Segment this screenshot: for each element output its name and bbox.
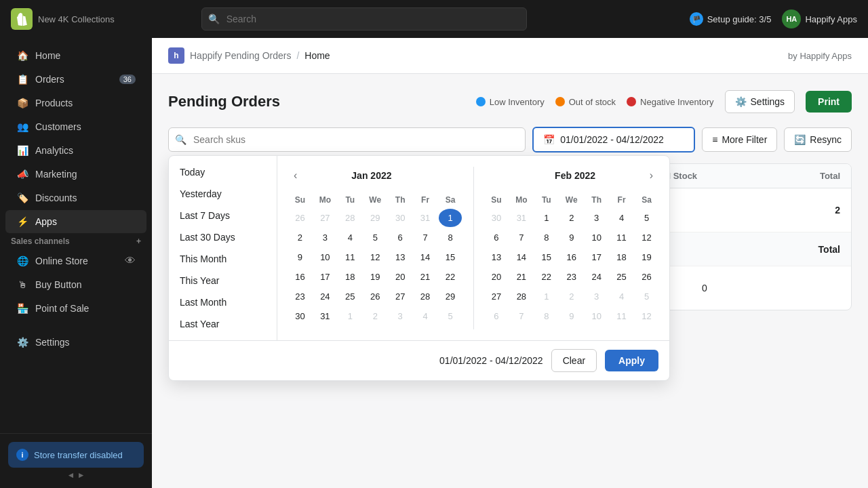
- cal-day[interactable]: 17: [313, 268, 337, 286]
- cal-day[interactable]: 7: [509, 228, 533, 247]
- cal-day[interactable]: 17: [585, 248, 608, 266]
- cal-day[interactable]: 29: [439, 287, 462, 306]
- preset-today[interactable]: Today: [169, 161, 277, 183]
- cal-day[interactable]: 16: [559, 248, 583, 266]
- preset-last30days[interactable]: Last 30 Days: [169, 226, 277, 248]
- cal-day[interactable]: 2: [559, 209, 583, 227]
- cal-day[interactable]: 22: [534, 268, 558, 286]
- more-filter-button[interactable]: ≡ More Filter: [702, 127, 777, 152]
- cal-day[interactable]: 20: [485, 268, 509, 286]
- cal-day[interactable]: 12: [635, 307, 658, 325]
- cal-prev-button[interactable]: ‹: [288, 167, 302, 184]
- cal-day[interactable]: 4: [414, 307, 437, 325]
- cal-day[interactable]: 27: [389, 287, 412, 306]
- cal-day[interactable]: 8: [534, 307, 558, 325]
- cal-day[interactable]: 21: [414, 268, 437, 286]
- cal-day[interactable]: 5: [439, 307, 462, 325]
- cal-day[interactable]: 7: [509, 307, 533, 325]
- setup-guide-button[interactable]: 🏴 Setup guide: 3/5: [690, 12, 772, 26]
- cal-day[interactable]: 8: [534, 228, 558, 247]
- cal-day[interactable]: 21: [509, 268, 533, 286]
- cal-day[interactable]: 4: [610, 287, 633, 306]
- cal-next-button[interactable]: ›: [644, 167, 658, 184]
- cal-day[interactable]: 7: [414, 228, 437, 247]
- cal-day[interactable]: 30: [288, 307, 312, 325]
- cal-day[interactable]: 2: [559, 287, 583, 306]
- preset-lastmonth[interactable]: Last Month: [169, 291, 277, 313]
- cal-day-1-selected[interactable]: 1: [439, 209, 462, 227]
- cal-day[interactable]: 3: [585, 287, 608, 306]
- cal-day[interactable]: 11: [610, 228, 633, 247]
- cal-day[interactable]: 25: [610, 268, 633, 286]
- cal-day[interactable]: 3: [313, 228, 337, 247]
- cal-day[interactable]: 24: [585, 268, 608, 286]
- settings-button[interactable]: ⚙️ Settings: [725, 90, 795, 113]
- cal-day[interactable]: 20: [389, 268, 412, 286]
- cal-day[interactable]: 3: [389, 307, 412, 325]
- cal-day[interactable]: 26: [363, 287, 387, 306]
- cal-day[interactable]: 31: [509, 209, 533, 227]
- cal-day[interactable]: 15: [534, 248, 558, 266]
- cal-day[interactable]: 26: [288, 209, 312, 227]
- cal-day[interactable]: 12: [363, 248, 387, 266]
- cal-day[interactable]: 5: [635, 209, 658, 227]
- cal-day[interactable]: 6: [485, 307, 509, 325]
- cal-day[interactable]: 1: [534, 287, 558, 306]
- cal-day[interactable]: 6: [389, 228, 412, 247]
- cal-day[interactable]: 5: [363, 228, 387, 247]
- cal-day[interactable]: 1: [338, 307, 362, 325]
- preset-last7days[interactable]: Last 7 Days: [169, 205, 277, 226]
- cal-day[interactable]: 13: [485, 248, 509, 266]
- clear-button[interactable]: Clear: [551, 349, 597, 372]
- sidebar-item-apps[interactable]: ⚡ Apps: [5, 210, 146, 233]
- cal-day[interactable]: 16: [288, 268, 312, 286]
- cal-day[interactable]: 10: [585, 228, 608, 247]
- search-skus-input[interactable]: [168, 127, 526, 152]
- cal-day[interactable]: 26: [635, 268, 658, 286]
- cal-day[interactable]: 6: [485, 228, 509, 247]
- cal-day[interactable]: 14: [509, 248, 533, 266]
- sidebar-item-home[interactable]: 🏠 Home: [5, 44, 146, 67]
- cal-day[interactable]: 25: [338, 287, 362, 306]
- apply-button[interactable]: Apply: [605, 350, 658, 371]
- cal-day[interactable]: 27: [485, 287, 509, 306]
- cal-day[interactable]: 28: [414, 287, 437, 306]
- sidebar-item-settings[interactable]: ⚙️ Settings: [5, 331, 146, 354]
- cal-day[interactable]: 23: [288, 287, 312, 306]
- cal-day[interactable]: 18: [610, 248, 633, 266]
- cal-day[interactable]: 4: [338, 228, 362, 247]
- cal-day[interactable]: 27: [313, 209, 337, 227]
- cal-day[interactable]: 28: [338, 209, 362, 227]
- sidebar-item-marketing[interactable]: 📣 Marketing: [5, 163, 146, 186]
- add-sales-channel-button[interactable]: +: [136, 237, 141, 245]
- cal-day[interactable]: 30: [389, 209, 412, 227]
- global-search-input[interactable]: [201, 7, 527, 30]
- cal-day[interactable]: 24: [313, 287, 337, 306]
- sidebar-item-buy-button[interactable]: 🖱 Buy Button: [5, 273, 146, 296]
- preset-yesterday[interactable]: Yesterday: [169, 183, 277, 205]
- sidebar-item-products[interactable]: 📦 Products: [5, 92, 146, 115]
- cal-day[interactable]: 5: [635, 287, 658, 306]
- happify-apps-button[interactable]: HA Happify Apps: [782, 9, 857, 28]
- cal-day[interactable]: 23: [559, 268, 583, 286]
- preset-lastyear[interactable]: Last Year: [169, 313, 277, 335]
- cal-day[interactable]: 15: [439, 248, 462, 266]
- date-range-button[interactable]: 📅 01/01/2022 - 04/12/2022: [532, 127, 695, 152]
- cal-day[interactable]: 22: [439, 268, 462, 286]
- cal-day[interactable]: 9: [559, 307, 583, 325]
- sidebar-item-online-store[interactable]: 🌐 Online Store 👁: [5, 249, 146, 272]
- cal-day[interactable]: 11: [338, 248, 362, 266]
- cal-day[interactable]: 1: [534, 209, 558, 227]
- print-button[interactable]: Print: [806, 91, 852, 113]
- resync-button[interactable]: 🔄 Resync: [784, 127, 852, 152]
- cal-day[interactable]: 13: [389, 248, 412, 266]
- cal-day[interactable]: 2: [363, 307, 387, 325]
- cal-day[interactable]: 10: [585, 307, 608, 325]
- cal-day[interactable]: 10: [313, 248, 337, 266]
- sidebar-item-point-of-sale[interactable]: 🏪 Point of Sale: [5, 297, 146, 320]
- preset-thismonth[interactable]: This Month: [169, 248, 277, 270]
- cal-day[interactable]: 14: [414, 248, 437, 266]
- cal-day[interactable]: 8: [439, 228, 462, 247]
- cal-day[interactable]: 19: [635, 248, 658, 266]
- cal-day[interactable]: 28: [509, 287, 533, 306]
